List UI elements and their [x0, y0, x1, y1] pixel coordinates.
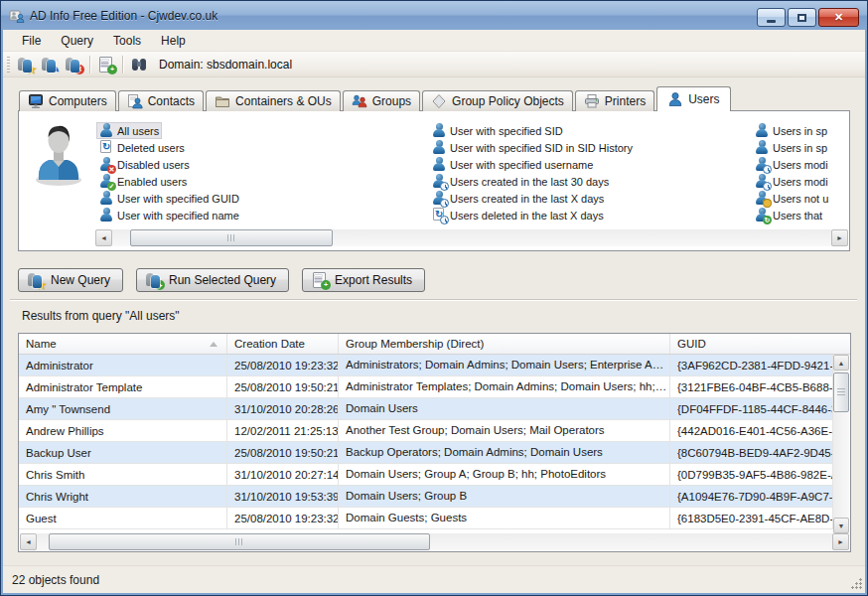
- menu-tools[interactable]: Tools: [103, 31, 151, 51]
- tab-label: Contacts: [148, 94, 195, 108]
- table-horizontal-scrollbar[interactable]: ◄ ►: [20, 533, 849, 550]
- scroll-right-arrow[interactable]: ►: [831, 229, 848, 246]
- query-user-icon: [432, 157, 446, 172]
- column-header-creation-date[interactable]: Creation Date: [227, 334, 339, 354]
- query-item[interactable]: User with specified SID in SID History: [429, 139, 636, 156]
- domain-label: Domain: sbsdomain.local: [159, 58, 292, 72]
- table-row[interactable]: Andrew Phillips 12/02/2011 21:25:13 Anot…: [19, 420, 833, 442]
- table-row[interactable]: Administrator 25/08/2010 19:23:32 Admini…: [19, 355, 833, 376]
- query-item[interactable]: User with specified name: [96, 207, 242, 224]
- table-row[interactable]: Chris Smith 31/10/2010 20:27:14 Domain U…: [19, 464, 833, 486]
- maximize-button[interactable]: [788, 8, 816, 27]
- toolbar-grip[interactable]: [7, 57, 10, 73]
- query-item-label: Users created in the last X days: [450, 193, 604, 205]
- query-item[interactable]: Deleted users: [96, 139, 188, 156]
- query-item[interactable]: Users that: [752, 207, 825, 224]
- query-column-2: User with specified SID User with specif…: [429, 122, 751, 224]
- query-user-icon: [99, 157, 113, 172]
- tab-group-policy-objects[interactable]: Group Policy Objects: [422, 90, 573, 111]
- query-item[interactable]: User with specified GUID: [96, 190, 242, 207]
- tab-computers[interactable]: Computers: [19, 90, 116, 111]
- scroll-left-arrow[interactable]: ◄: [95, 229, 112, 246]
- query-item-label: User with specified SID in SID History: [450, 142, 633, 154]
- cell-name: Amy " Townsend: [19, 398, 227, 420]
- query-item-label: Users that: [773, 210, 822, 222]
- query-item-label: Enabled users: [117, 176, 187, 188]
- tab-containers-ous[interactable]: Containers & OUs: [206, 90, 341, 111]
- column-header-name[interactable]: Name: [19, 334, 227, 354]
- tab-groups[interactable]: Groups: [343, 90, 420, 111]
- cell-guid: {A1094E76-7D90-4B9F-A9C7-2: [670, 486, 833, 508]
- scrollbar-track[interactable]: [37, 533, 832, 550]
- scrollbar-track[interactable]: [112, 229, 831, 246]
- cell-guid: {8C60794B-BED9-4AF2-9D45-4: [670, 442, 833, 464]
- resize-grip[interactable]: [850, 577, 863, 590]
- close-button[interactable]: ✕: [818, 8, 859, 27]
- table-row[interactable]: Administrator Template 25/08/2010 19:50:…: [19, 376, 833, 398]
- scrollbar-thumb[interactable]: [833, 372, 849, 412]
- tab-strip: Computers Contacts Containers & OUs: [19, 86, 731, 111]
- tab-printers[interactable]: Printers: [575, 90, 654, 111]
- column-header-group-membership[interactable]: Group Membership (Direct): [339, 334, 670, 354]
- menu-file[interactable]: File: [12, 31, 51, 51]
- run-selected-query-button[interactable]: ▶ Run Selected Query: [136, 268, 289, 292]
- query-item[interactable]: Users created in the last X days: [429, 190, 607, 207]
- table-row[interactable]: Guest 25/08/2010 19:23:32 Domain Guests;…: [19, 508, 833, 529]
- minimize-button[interactable]: [757, 8, 786, 27]
- query-item[interactable]: Disabled users: [96, 156, 193, 173]
- cell-name: Backup User: [19, 442, 227, 464]
- export-results-button[interactable]: + Export Results: [302, 268, 425, 292]
- results-table: Name Creation Date Group Membership (Dir…: [18, 333, 851, 552]
- query-list-horizontal-scrollbar[interactable]: ◄ ►: [95, 229, 848, 246]
- query-item[interactable]: Users deleted in the last X days: [429, 207, 607, 224]
- group-people-icon: [352, 93, 367, 109]
- tab-users[interactable]: Users: [656, 86, 730, 111]
- query-user-icon: [755, 191, 769, 206]
- toolbar: ★ ✎ ✕ + Domain: sbsdomain.local: [3, 52, 865, 77]
- query-item[interactable]: User with specified SID: [429, 122, 566, 139]
- toolbar-delete-query-button[interactable]: ✕: [62, 54, 85, 75]
- query-item[interactable]: Users not u: [752, 190, 831, 207]
- query-item[interactable]: Users in sp: [752, 139, 830, 156]
- printer-icon: [584, 93, 600, 109]
- cell-name: Andrew Phillips: [19, 420, 227, 442]
- scrollbar-track[interactable]: [833, 371, 849, 518]
- table-row[interactable]: Amy " Townsend 31/10/2010 20:28:26 Domai…: [19, 398, 833, 420]
- scroll-left-arrow[interactable]: ◄: [20, 533, 37, 550]
- query-item[interactable]: Users in sp: [752, 122, 830, 139]
- query-item[interactable]: User with specified username: [429, 156, 596, 173]
- query-item[interactable]: Users modi: [752, 156, 831, 173]
- menu-query[interactable]: Query: [51, 31, 103, 51]
- toolbar-separator: [89, 56, 90, 74]
- title-bar[interactable]: AD Info Free Edition - Cjwdev.co.uk ✕: [1, 1, 867, 30]
- toolbar-separator: [122, 56, 123, 74]
- scroll-down-arrow[interactable]: ▼: [833, 518, 849, 533]
- cell-guid: {442AD016-E401-4C56-A36E-F: [670, 420, 833, 442]
- scrollbar-thumb[interactable]: [49, 533, 430, 550]
- query-item-label: User with specified GUID: [117, 193, 239, 205]
- query-item[interactable]: Users modi: [752, 173, 831, 190]
- query-item-label: Disabled users: [117, 159, 190, 171]
- menu-help[interactable]: Help: [151, 31, 196, 51]
- query-item[interactable]: Users created in the last 30 days: [429, 173, 612, 190]
- scrollbar-thumb[interactable]: [130, 229, 333, 246]
- toolbar-edit-query-button[interactable]: ✎: [38, 54, 62, 75]
- toolbar-export-button[interactable]: +: [94, 54, 118, 75]
- column-header-guid[interactable]: GUID: [670, 334, 850, 354]
- cell-guid: {3121FBE6-04BF-4CB5-B688-C: [670, 376, 833, 398]
- scroll-right-arrow[interactable]: ►: [832, 533, 849, 550]
- toolbar-change-domain-button[interactable]: [127, 54, 151, 75]
- scroll-up-arrow[interactable]: ▲: [833, 355, 849, 371]
- query-item[interactable]: Enabled users: [96, 173, 190, 190]
- table-row[interactable]: Chris Wright 31/10/2010 19:53:39 Domain …: [19, 486, 833, 508]
- cell-name: Chris Wright: [19, 486, 227, 508]
- new-query-button[interactable]: ★ New Query: [18, 268, 123, 292]
- toolbar-new-query-button[interactable]: ★: [14, 54, 38, 75]
- query-item[interactable]: All users: [96, 122, 162, 139]
- table-vertical-scrollbar[interactable]: ▲ ▼: [833, 355, 849, 533]
- query-user-icon: [432, 140, 446, 155]
- table-header: Name Creation Date Group Membership (Dir…: [19, 334, 850, 355]
- tab-contacts[interactable]: Contacts: [118, 90, 204, 111]
- user-avatar-illustration: [33, 121, 84, 187]
- table-row[interactable]: Backup User 25/08/2010 19:50:21 Backup O…: [19, 442, 833, 464]
